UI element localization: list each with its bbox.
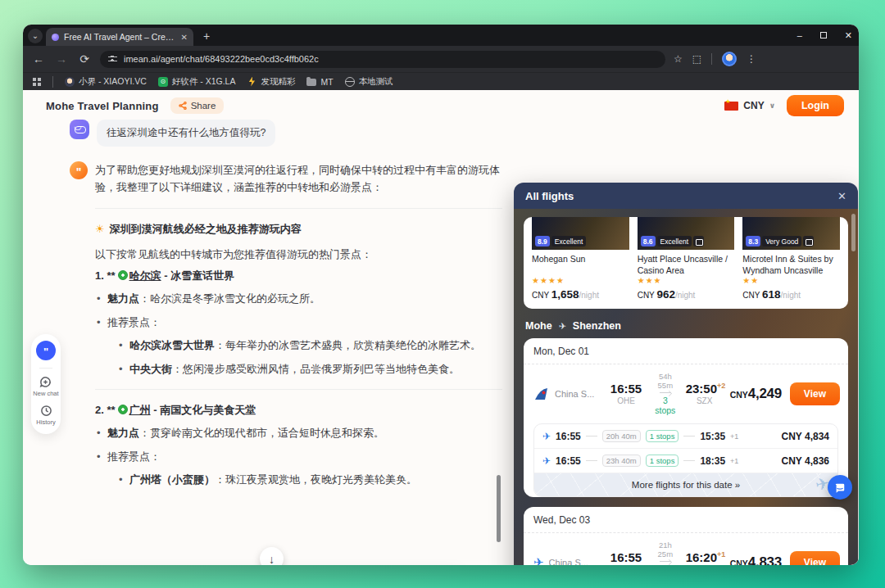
china-southern-logo <box>533 387 550 400</box>
site-settings-icon[interactable] <box>108 56 117 63</box>
alt-flight-row[interactable]: ✈ 16:55 20h 40m 1 stops 15:35+1 CNY 4,83… <box>534 424 837 449</box>
panel-close-icon[interactable]: ✕ <box>837 190 846 202</box>
city-link[interactable]: 广州 <box>129 404 151 416</box>
support-chat-button[interactable] <box>828 475 852 500</box>
main-flight-row[interactable]: China S... 16:55 OHE 54h 55m 3 stops <box>524 364 848 423</box>
window-controls: – ✕ <box>797 25 852 46</box>
assistant-body: 为了帮助您更好地规划深圳至漠河的往返行程，同时确保中转的过程中有丰富的游玩体验，… <box>95 161 502 486</box>
china-flag-icon <box>724 102 738 111</box>
route-to: Shenzhen <box>573 320 621 332</box>
scroll-to-bottom-button[interactable]: ↓ <box>260 547 284 565</box>
hotel-photo: 8.6Excellent <box>638 217 735 250</box>
section-subtitle: 以下按常见航线的中转城市为您推荐值得游玩的热门景点： <box>95 246 502 263</box>
header-right: CNY ∨ Login <box>724 95 844 116</box>
hotel-name: Microtel Inn & Suites by Wyndham Uncasvi… <box>742 254 840 276</box>
minimize-button[interactable]: – <box>797 30 802 40</box>
bookmarks-bar: 小界 - XIAOYI.VC ⊙ 好软件 - X1G.LA 发现精彩 MT 本地… <box>23 72 859 90</box>
apps-grid-icon[interactable] <box>33 78 41 86</box>
assistant-intro: 为了帮助您更好地规划深圳至漠河的往返行程，同时确保中转的过程中有丰富的游玩体验，… <box>95 161 502 197</box>
share-button[interactable]: Share <box>170 97 225 114</box>
toolbar-right: ☆ ⬚ ⋮ <box>674 52 756 66</box>
more-flights-link[interactable]: More flights for this date » ✈ <box>534 473 837 496</box>
flight-price: CNY4,833 <box>730 554 782 566</box>
plane-icon: ✈ <box>542 431 551 442</box>
tab-favicon-icon <box>52 34 59 41</box>
rating-label: Excellent <box>551 236 587 247</box>
flight-price: CNY4,249 <box>730 386 782 402</box>
hotel-price: CNY 962/night <box>638 288 735 301</box>
chat-thread: 往返深圳途中还有什么地方值得玩? " 为了帮助您更好地规划深圳至漠河的往返行程，… <box>70 120 502 486</box>
airline: China S... <box>533 387 601 400</box>
new-chat-button[interactable]: New chat <box>33 376 58 397</box>
plane-icon: ✈ <box>559 321 566 332</box>
hotel-stars: ★★★★ <box>532 276 629 285</box>
user-message: 往返深圳途中还有什么地方值得玩? <box>70 120 502 147</box>
view-button[interactable]: View <box>790 382 840 405</box>
reload-button[interactable]: ⟳ <box>77 52 92 66</box>
view-button[interactable]: View <box>790 551 840 566</box>
new-tab-button[interactable]: + <box>198 28 215 44</box>
assistant-message: " 为了帮助您更好地规划深圳至漠河的往返行程，同时确保中转的过程中有丰富的游玩体… <box>70 161 502 486</box>
alt-flight-row[interactable]: ✈ 16:55 23h 40m 1 stops 18:35+1 CNY 4,83… <box>534 449 837 473</box>
bookmark-item-localtest[interactable]: 本地测试 <box>345 76 393 88</box>
desktop-background: ⌄ Free AI Travel Agent – Create ✕ + – ✕ … <box>0 0 885 588</box>
browser-tab[interactable]: Free AI Travel Agent – Create ✕ <box>46 28 193 46</box>
currency-selector[interactable]: CNY ∨ <box>724 100 775 111</box>
city-link[interactable]: 哈尔滨 <box>129 269 161 282</box>
city-details: 魅力点：贯穿岭南文化的现代都市，适合短时休息和探索。 推荐景点： 广州塔（小蛮腰… <box>97 424 502 486</box>
page-content: Mohe Travel Planning Share CNY ∨ Login <box>23 90 859 565</box>
chat-bubble-icon <box>834 482 846 494</box>
folder-icon <box>306 79 316 86</box>
city-heading-harbin: 1. **哈尔滨 - 冰雪童话世界 <box>95 267 502 284</box>
route-from: Mohe <box>525 320 552 332</box>
flight-date-card: Mon, Dec 01 China S... 16:55 OHE <box>524 338 848 497</box>
main-flight-row[interactable]: ✈ China S... 16:55 OHE 21h 25m 1 stops <box>524 533 848 565</box>
menu-icon[interactable]: ⋮ <box>747 53 756 65</box>
hotel-card[interactable]: 8.9Excellent Mohegan Sun ★★★★ CNY 1,658/… <box>532 217 629 301</box>
duration-stops: 54h 55m 3 stops <box>651 372 679 415</box>
rating-score: 8.3 <box>746 236 760 247</box>
tab-search-button[interactable]: ⌄ <box>28 29 43 43</box>
city-heading-guangzhou: 2. **广州 - 南国文化与美食天堂 <box>95 401 502 418</box>
bookmark-folder-mt[interactable]: MT <box>306 77 333 87</box>
page-title: Mohe Travel Planning <box>46 100 159 112</box>
bookmark-star-icon[interactable]: ☆ <box>674 53 683 65</box>
bookmark-item-x1g[interactable]: ⊙ 好软件 - X1G.LA <box>158 76 236 88</box>
panel-header: All flights ✕ <box>514 183 858 209</box>
back-button[interactable]: ← <box>31 52 46 66</box>
divider <box>95 389 502 390</box>
login-button[interactable]: Login <box>787 95 844 116</box>
flight-date: Wed, Dec 03 <box>524 507 848 533</box>
hotel-card[interactable]: 8.3Very Good Microtel Inn & Suites by Wy… <box>742 217 840 301</box>
tab-close-icon[interactable]: ✕ <box>181 33 188 42</box>
address-bar[interactable]: imean.ai/agent/chat/68493222bee0cd3c4ffb… <box>100 51 665 68</box>
rating-label: Very Good <box>762 236 801 247</box>
hotel-cards: 8.9Excellent Mohegan Sun ★★★★ CNY 1,658/… <box>524 217 848 309</box>
location-icon <box>118 270 128 280</box>
departure: 16:55 OHE <box>607 550 645 565</box>
history-button[interactable]: History <box>36 405 55 426</box>
panel-scrollbar[interactable] <box>851 214 856 251</box>
alternative-flights: ✈ 16:55 20h 40m 1 stops 15:35+1 CNY 4,83… <box>533 423 838 497</box>
sidebar-divider <box>39 368 52 369</box>
profile-avatar[interactable] <box>722 52 737 66</box>
forward-button[interactable]: → <box>54 52 69 66</box>
mini-sidebar: " New chat History <box>31 334 61 434</box>
maximize-button[interactable] <box>820 32 827 38</box>
extensions-icon[interactable]: ⬚ <box>692 53 701 65</box>
assistant-avatar: " <box>70 161 88 179</box>
imean-logo[interactable]: " <box>36 341 56 360</box>
history-icon <box>40 405 52 417</box>
close-button[interactable]: ✕ <box>845 30 852 41</box>
bookmark-green-icon: ⊙ <box>158 77 168 87</box>
hotel-card[interactable]: 8.6Excellent Hyatt Place Uncasville / Ca… <box>638 217 735 301</box>
share-icon <box>179 102 187 110</box>
bookmarks-divider <box>52 76 53 88</box>
plane-icon: ✈ <box>533 555 544 566</box>
bookmark-item-discover[interactable]: 发现精彩 <box>247 76 295 88</box>
chat-scrollbar[interactable] <box>497 475 501 542</box>
bookmark-item-xiaoyi[interactable]: 小界 - XIAOYI.VC <box>65 76 147 88</box>
user-avatar <box>70 120 89 139</box>
section-heading: ☀ 深圳到漠河航线必经之地及推荐游玩内容 <box>95 220 502 237</box>
globe-icon <box>345 77 355 87</box>
